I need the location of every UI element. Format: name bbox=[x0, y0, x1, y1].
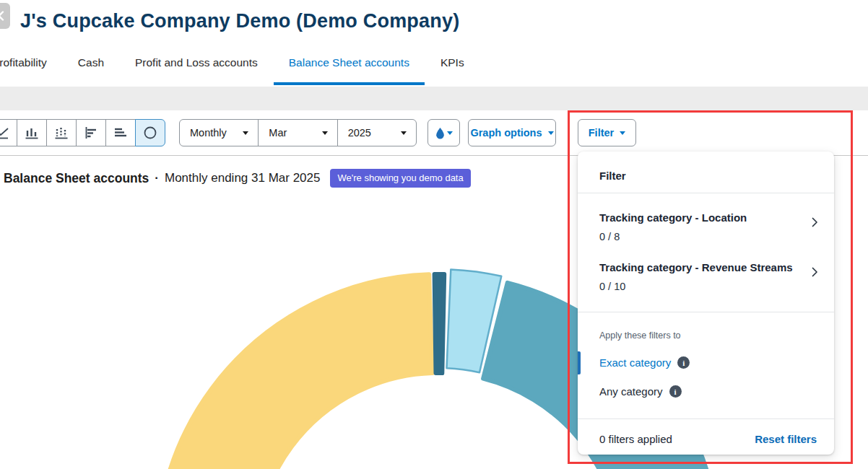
donut-segment-yellow[interactable] bbox=[157, 274, 433, 469]
chart-heading: Balance Sheet accounts · Monthly ending … bbox=[4, 169, 471, 188]
filter-panel-title: Filter bbox=[599, 170, 626, 182]
demo-data-badge: We're showing you demo data bbox=[330, 169, 470, 188]
reset-filters-link[interactable]: Reset filters bbox=[755, 433, 817, 445]
filters-applied-count: 0 filters applied bbox=[599, 433, 672, 445]
filter-panel: Filter Tracking category - Location 0 / … bbox=[578, 152, 834, 455]
app-window: J's Cupcake Company Demo (Demo Company) … bbox=[0, 0, 868, 469]
exact-category-option[interactable]: Exact category i bbox=[599, 356, 690, 369]
filter-category-revenue-streams[interactable]: Tracking category - Revenue Streams 0 / … bbox=[578, 261, 834, 304]
info-icon[interactable]: i bbox=[669, 385, 682, 398]
any-category-option[interactable]: Any category i bbox=[599, 385, 682, 398]
divider bbox=[578, 418, 834, 419]
apply-filters-label: Apply these filters to bbox=[599, 330, 681, 341]
filter-category-location[interactable]: Tracking category - Location 0 / 8 bbox=[578, 211, 834, 255]
chart-subtitle: Monthly ending 31 Mar 2025 bbox=[165, 171, 320, 185]
divider bbox=[578, 312, 834, 312]
heading-separator: · bbox=[155, 171, 159, 185]
donut-segment-dark-teal-sliver[interactable] bbox=[435, 274, 445, 373]
selected-option-indicator bbox=[578, 351, 581, 374]
info-icon[interactable]: i bbox=[677, 356, 690, 369]
chevron-right-icon bbox=[808, 266, 821, 279]
chart-title: Balance Sheet accounts bbox=[4, 171, 149, 186]
chevron-right-icon bbox=[808, 216, 821, 229]
divider bbox=[578, 193, 834, 193]
